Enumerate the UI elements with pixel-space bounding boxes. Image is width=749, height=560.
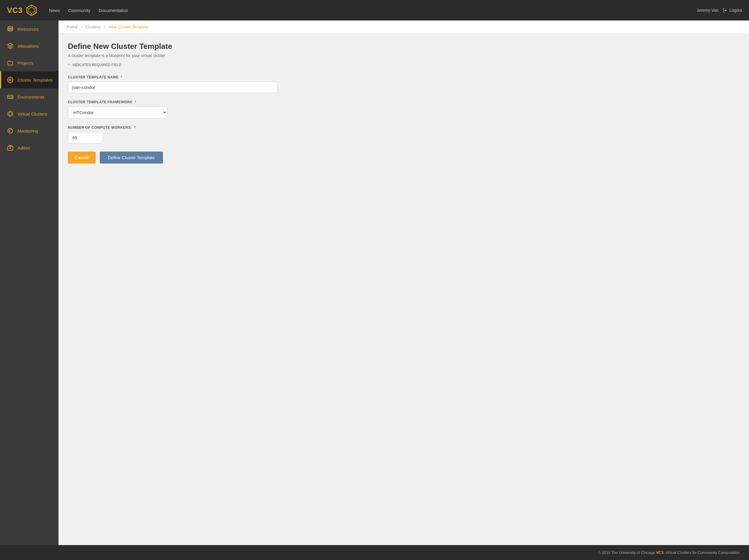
sidebar-label-virtual-clusters: Virtual Clusters <box>18 111 47 116</box>
brand-text: VC3 <box>7 6 23 15</box>
cluster-template-name-input[interactable] <box>68 82 277 93</box>
hdd-icon <box>7 94 14 100</box>
workers-label: NUMBER OF COMPUTE WORKERS: * <box>68 126 277 130</box>
sidebar-item-environments[interactable]: Environments <box>0 88 59 105</box>
form-actions: Cancel Define Cluster Template <box>68 152 277 164</box>
framework-field-group: CLUSTER TEMPLATE FRAMEWORK * HTCondor SL… <box>68 100 277 119</box>
sidebar-label-resources: Resources <box>18 27 39 31</box>
svg-marker-1 <box>29 7 35 14</box>
sidebar-item-projects[interactable]: Projects <box>0 55 59 71</box>
form-subtitle: A cluster template is a blueprint for yo… <box>68 53 277 58</box>
database-icon <box>7 26 14 32</box>
sidebar: Resources Allocations Projects Cluster T… <box>0 20 59 545</box>
sidebar-label-environments: Environments <box>18 94 44 100</box>
svg-point-18 <box>10 129 12 130</box>
svg-point-16 <box>8 128 13 133</box>
svg-point-19 <box>9 131 10 132</box>
layout: Resources Allocations Projects Cluster T… <box>0 20 749 545</box>
admin-icon <box>7 145 14 151</box>
form-container: Define New Cluster Template A cluster te… <box>59 34 287 172</box>
form-title: Define New Cluster Template <box>68 42 277 51</box>
sidebar-label-allocations: Allocations <box>18 44 39 48</box>
svg-point-9 <box>9 79 11 81</box>
svg-marker-14 <box>8 111 13 116</box>
brand-icon <box>26 4 38 16</box>
required-asterisk: * <box>68 63 69 67</box>
breadcrumb-active: New Cluster Template <box>109 25 149 29</box>
footer: © 2018 The University of Chicago VC3, Vi… <box>0 545 749 560</box>
cube-icon <box>7 43 14 49</box>
nav-news[interactable]: News <box>49 8 60 13</box>
footer-text: © 2018 The University of Chicago VC3, Vi… <box>598 550 740 555</box>
main-content: Portal / Clusters / New Cluster Template… <box>59 20 749 545</box>
header-user: Jeremy Van <box>697 8 719 13</box>
sidebar-label-monitoring: Monitoring <box>18 128 38 133</box>
sidebar-item-allocations[interactable]: Allocations <box>0 38 59 55</box>
sidebar-label-cluster-templates: Cluster Templates <box>18 78 53 83</box>
breadcrumb-clusters[interactable]: Clusters <box>85 25 100 29</box>
workers-field-group: NUMBER OF COMPUTE WORKERS: * <box>68 126 277 143</box>
sidebar-item-virtual-clusters[interactable]: Virtual Clusters <box>0 105 59 122</box>
breadcrumb-sep-2: / <box>104 25 105 29</box>
header: VC3 News Community Documentation Jeremy … <box>0 0 749 20</box>
sidebar-item-monitoring[interactable]: Monitoring <box>0 122 59 139</box>
folder-icon <box>7 60 14 66</box>
svg-point-8 <box>8 26 13 28</box>
svg-point-13 <box>10 98 11 98</box>
cluster-template-framework-select[interactable]: HTCondor SLURM MPI <box>68 107 167 119</box>
svg-point-12 <box>12 98 12 98</box>
sidebar-item-admin[interactable]: Admin <box>0 139 59 156</box>
header-nav: News Community Documentation <box>49 8 697 13</box>
sidebar-item-resources[interactable]: Resources <box>0 20 59 38</box>
compute-workers-input[interactable] <box>68 132 103 143</box>
name-field-group: CLUSTER TEMPLATE NAME * <box>68 75 277 93</box>
nav-community[interactable]: Community <box>68 8 90 13</box>
monitoring-icon <box>7 128 14 134</box>
logout-icon <box>723 8 728 13</box>
breadcrumb-portal[interactable]: Portal <box>67 25 78 29</box>
define-cluster-template-button[interactable]: Define Cluster Template <box>100 152 163 164</box>
logout-button[interactable]: Logout <box>723 8 742 13</box>
sidebar-label-projects: Projects <box>18 61 34 66</box>
footer-vc3: VC3 <box>656 550 663 555</box>
nav-documentation[interactable]: Documentation <box>99 8 128 13</box>
cancel-button[interactable]: Cancel <box>68 152 96 164</box>
name-label: CLUSTER TEMPLATE NAME * <box>68 75 277 79</box>
svg-point-20 <box>10 148 11 149</box>
svg-marker-15 <box>9 112 12 115</box>
breadcrumb: Portal / Clusters / New Cluster Template <box>59 20 749 34</box>
brand: VC3 <box>7 4 38 16</box>
svg-point-17 <box>9 130 10 131</box>
sidebar-item-cluster-templates[interactable]: Cluster Templates <box>0 71 59 88</box>
gear-icon <box>7 77 14 83</box>
required-note: * - INDICATES REQUIRED FIELD <box>68 63 277 67</box>
sidebar-label-admin: Admin <box>18 145 30 150</box>
breadcrumb-sep-1: / <box>81 25 82 29</box>
framework-label: CLUSTER TEMPLATE FRAMEWORK * <box>68 100 277 104</box>
header-right: Jeremy Van Logout <box>697 8 742 13</box>
hexagon-icon <box>7 111 14 117</box>
